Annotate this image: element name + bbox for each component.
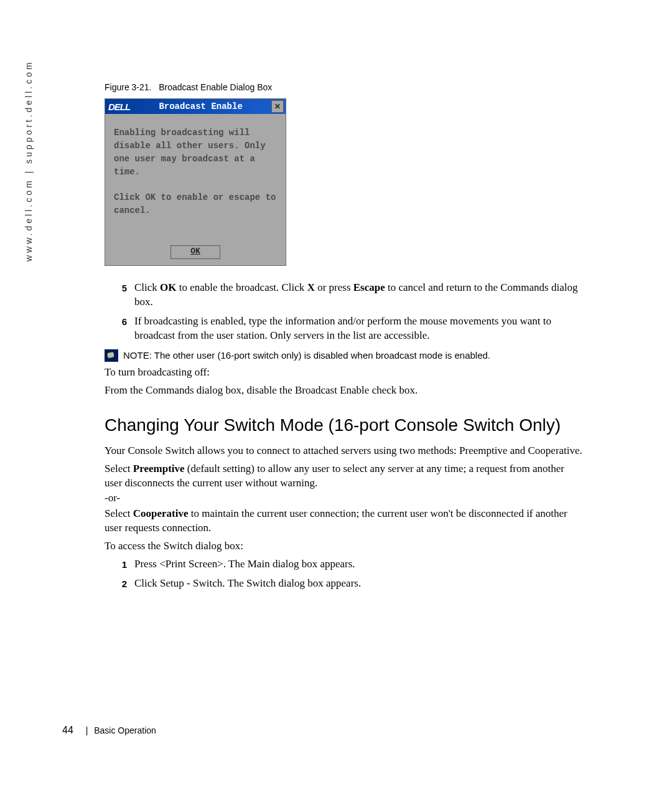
section-heading: Changing Your Switch Mode (16-port Conso… [105, 415, 584, 435]
paragraph: Select Cooperative to maintain the curre… [105, 507, 584, 536]
step-text: Press <Print Screen>. The Main dialog bo… [134, 557, 584, 572]
figure-title: Broadcast Enable Dialog Box [159, 82, 272, 92]
close-icon[interactable]: ✕ [271, 100, 284, 113]
step-list-a: 5 Click OK to enable the broadcast. Clic… [105, 281, 584, 343]
page-footer: 44 | Basic Operation [62, 725, 156, 736]
figure-label: Figure 3-21. [105, 82, 151, 92]
list-item: 6 If broadcasting is enabled, type the i… [105, 314, 584, 343]
list-item: 1 Press <Print Screen>. The Main dialog … [105, 557, 584, 572]
dialog-footer: OK [105, 242, 286, 265]
footer-separator: | [86, 725, 88, 735]
dialog-titlebar: DELL Broadcast Enable ✕ [105, 99, 286, 114]
step-text: If broadcasting is enabled, type the inf… [134, 314, 584, 343]
step-number: 1 [105, 557, 134, 572]
dell-logo: DELL [107, 101, 130, 112]
paragraph: To access the Switch dialog box: [105, 539, 584, 554]
page-number: 44 [62, 725, 73, 735]
sidebar-url: www.dell.com | support.dell.com [24, 60, 34, 262]
note-text: NOTE: The other user (16-port switch onl… [123, 350, 490, 361]
figure-caption: Figure 3-21. Broadcast Enable Dialog Box [105, 82, 584, 92]
broadcast-enable-dialog: DELL Broadcast Enable ✕ Enabling broadca… [105, 98, 286, 266]
note-icon [105, 349, 118, 362]
step-list-b: 1 Press <Print Screen>. The Main dialog … [105, 557, 584, 591]
page-content: Figure 3-21. Broadcast Enable Dialog Box… [105, 82, 584, 596]
dialog-title-text: Broadcast Enable [130, 101, 271, 111]
paragraph: -or- [105, 491, 584, 506]
list-item: 5 Click OK to enable the broadcast. Clic… [105, 281, 584, 309]
paragraph: To turn broadcasting off: [105, 366, 584, 380]
paragraph: Select Preemptive (default setting) to a… [105, 462, 584, 491]
ok-button[interactable]: OK [170, 245, 220, 259]
paragraph: From the Commands dialog box, disable th… [105, 384, 584, 398]
footer-section: Basic Operation [94, 725, 156, 735]
list-item: 2 Click Setup - Switch. The Switch dialo… [105, 577, 584, 591]
step-number: 6 [105, 314, 134, 343]
step-text: Click Setup - Switch. The Switch dialog … [134, 577, 584, 591]
dialog-message-2: Click OK to enable or escape to cancel. [114, 191, 277, 217]
step-number: 5 [105, 281, 134, 309]
step-number: 2 [105, 577, 134, 591]
note-row: NOTE: The other user (16-port switch onl… [105, 349, 584, 362]
dialog-body: Enabling broadcasting will disable all o… [105, 114, 286, 242]
paragraph: Your Console Switch allows you to connec… [105, 444, 584, 458]
step-text: Click OK to enable the broadcast. Click … [134, 281, 584, 309]
dialog-message-1: Enabling broadcasting will disable all o… [114, 126, 277, 179]
